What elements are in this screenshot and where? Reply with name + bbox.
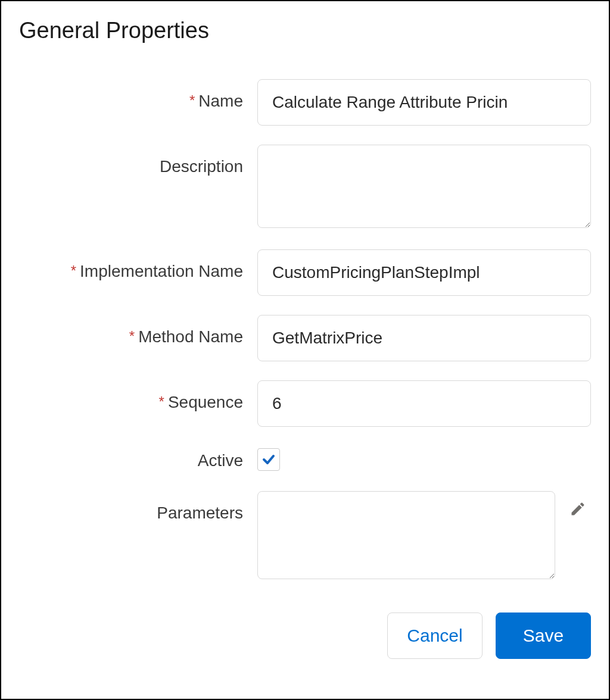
pencil-icon xyxy=(569,501,586,517)
name-field[interactable] xyxy=(257,79,591,126)
cancel-button[interactable]: Cancel xyxy=(387,612,483,659)
row-description: Description xyxy=(19,145,591,230)
row-parameters: Parameters xyxy=(19,491,591,579)
page-title: General Properties xyxy=(19,18,591,43)
row-name: *Name xyxy=(19,79,591,126)
save-button[interactable]: Save xyxy=(496,612,591,659)
sequence-field[interactable] xyxy=(257,380,591,427)
row-method-name: *Method Name xyxy=(19,315,591,361)
required-marker: * xyxy=(159,393,164,410)
checkmark-icon xyxy=(262,452,276,467)
general-properties-panel: General Properties *Name Description *Im… xyxy=(0,0,610,700)
label-active: Active xyxy=(19,446,257,472)
label-method-name: *Method Name xyxy=(19,315,257,348)
row-implementation-name: *Implementation Name xyxy=(19,249,591,296)
implementation-name-field[interactable] xyxy=(257,249,591,296)
parameters-field[interactable] xyxy=(257,491,555,579)
description-field[interactable] xyxy=(257,145,591,228)
active-checkbox[interactable] xyxy=(257,448,280,471)
required-marker: * xyxy=(71,262,76,279)
row-sequence: *Sequence xyxy=(19,380,591,427)
label-sequence: *Sequence xyxy=(19,380,257,414)
actions: Cancel Save xyxy=(19,612,591,659)
label-description: Description xyxy=(19,145,257,178)
edit-parameters-button[interactable] xyxy=(565,496,591,524)
form: *Name Description *Implementation Name xyxy=(19,79,591,659)
method-name-field[interactable] xyxy=(257,315,591,361)
row-active: Active xyxy=(19,446,591,472)
required-marker: * xyxy=(189,92,195,108)
label-parameters: Parameters xyxy=(19,491,257,524)
required-marker: * xyxy=(129,328,135,344)
label-implementation-name: *Implementation Name xyxy=(19,249,257,283)
label-name: *Name xyxy=(19,79,257,112)
